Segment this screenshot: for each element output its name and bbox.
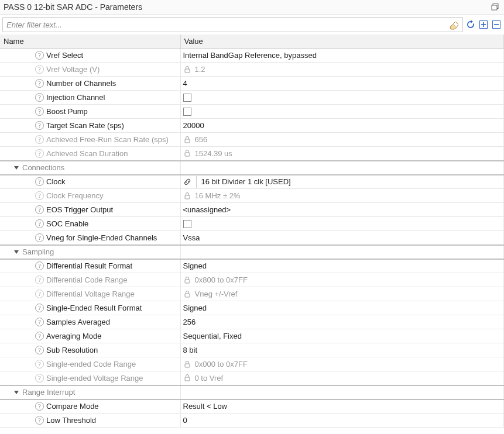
help-icon[interactable]: ? [35,121,44,130]
filter-input[interactable]: Enter filter text... [2,17,463,32]
checkbox[interactable] [183,94,191,102]
help-icon[interactable]: ? [35,416,44,425]
param-value: 0 to Vref [195,374,224,383]
param-row: ?Achieved Free-Run Scan Rate (sps)656 [0,133,504,147]
param-value: 1.2 [195,65,205,74]
param-row: ?Sub Resolution8 bit [0,343,504,357]
panel-header: PASS 0 12-bit SAR ADC - Parameters [0,0,504,15]
param-label: Clock Frequency [46,191,104,200]
param-row: ?Vneg for Single-Ended ChannelsVssa [0,231,504,245]
param-value[interactable]: Internal BandGap Reference, bypassed [183,51,317,60]
param-label: Differential Result Format [46,261,132,270]
help-icon[interactable]: ? [35,346,44,354]
param-label: Differential Voltage Range [46,290,135,298]
checkbox[interactable] [183,108,191,116]
svg-rect-9 [185,153,190,156]
help-icon[interactable]: ? [35,290,44,298]
help-icon[interactable]: ? [35,304,44,312]
group-label: Sampling [22,247,54,256]
group-row[interactable]: Connections [0,161,504,175]
param-label: Single-ended Code Range [46,360,136,368]
param-value[interactable]: Signed [183,261,207,270]
help-icon[interactable]: ? [35,261,44,270]
help-icon[interactable]: ? [35,51,44,60]
group-row[interactable]: Sampling [0,245,504,259]
param-row: ?Single-Ended Result FormatSigned [0,301,504,315]
help-icon[interactable]: ? [35,219,44,228]
param-label: Target Scan Rate (sps) [46,121,124,130]
param-label: EOS Trigger Output [46,205,113,214]
help-icon[interactable]: ? [35,177,44,186]
lock-icon [183,276,191,284]
param-value: 16 MHz ± 2% [195,191,241,200]
lock-icon [183,290,191,298]
help-icon[interactable]: ? [35,360,44,368]
collapse-icon[interactable] [13,249,20,256]
lock-icon [183,149,191,157]
param-value: Vneg +/-Vref [195,290,238,298]
param-row: ?Low Threshold0 [0,414,504,428]
param-label: Vref Voltage (V) [46,65,100,74]
param-row: ?Single-ended Code Range0x000 to 0x7FF [0,357,504,371]
param-value[interactable]: 16 bit Divider 1 clk [USED] [201,177,291,186]
param-row: ?Single-ended Voltage Range0 to Vref [0,371,504,385]
param-value: 1524.39 us [195,149,232,158]
group-label: Range Interrupt [22,388,75,397]
param-value[interactable]: Result < Low [183,402,228,411]
toolbar: Enter filter text... [0,15,504,35]
help-icon[interactable]: ? [35,135,44,144]
param-row: ?Achieved Scan Duration1524.39 us [0,147,504,161]
param-value[interactable]: <unassigned> [183,205,231,214]
param-label: Differential Code Range [46,275,128,284]
param-value[interactable]: 4 [183,79,187,88]
checkbox[interactable] [183,220,191,228]
param-row: ?Clock Frequency16 MHz ± 2% [0,189,504,203]
svg-rect-12 [185,294,190,297]
help-icon[interactable]: ? [35,65,44,74]
help-icon[interactable]: ? [35,275,44,284]
help-icon[interactable]: ? [35,332,44,340]
param-label: Compare Mode [46,402,99,411]
collapse-icon[interactable] [13,164,20,171]
param-label: Number of Channels [46,79,116,88]
param-label: SOC Enable [46,219,88,228]
help-icon[interactable]: ? [35,374,44,383]
help-icon[interactable]: ? [35,149,44,158]
svg-rect-14 [185,377,190,381]
param-value: 0x800 to 0x7FF [195,275,248,284]
help-icon[interactable]: ? [35,93,44,102]
param-value[interactable]: Vssa [183,233,200,242]
expand-all-icon[interactable] [478,19,489,30]
param-value[interactable]: Signed [183,304,207,312]
link-icon[interactable] [183,178,191,186]
help-icon[interactable]: ? [35,318,44,326]
help-icon[interactable]: ? [35,107,44,116]
help-icon[interactable]: ? [35,402,44,411]
refresh-icon[interactable] [465,19,476,30]
eraser-icon[interactable] [448,19,459,30]
collapse-all-icon[interactable] [491,19,502,30]
param-value[interactable]: 256 [183,318,196,326]
help-icon[interactable]: ? [35,191,44,200]
help-icon[interactable]: ? [35,79,44,88]
group-row[interactable]: Range Interrupt [0,385,504,399]
param-row: ?Number of Channels4 [0,77,504,91]
param-row: ?Vref Voltage (V)1.2 [0,63,504,77]
column-header-name[interactable]: Name [0,35,180,49]
table-header-row: Name Value [0,35,504,49]
param-row: ?Target Scan Rate (sps)20000 [0,119,504,133]
param-value: 656 [195,135,208,144]
column-header-value[interactable]: Value [180,35,504,49]
param-label: Vneg for Single-Ended Channels [46,233,157,242]
param-row: ?Averaging ModeSequential, Fixed [0,329,504,343]
collapse-icon[interactable] [13,389,20,396]
param-value[interactable]: 20000 [183,121,204,130]
help-icon[interactable]: ? [35,233,44,242]
param-row: ?Vref SelectInternal BandGap Reference, … [0,49,504,63]
param-value[interactable]: 8 bit [183,346,198,354]
param-label: Samples Averaged [46,318,110,326]
help-icon[interactable]: ? [35,205,44,214]
param-value[interactable]: 0 [183,416,187,425]
param-value[interactable]: Sequential, Fixed [183,332,242,340]
restore-icon[interactable] [491,3,499,11]
